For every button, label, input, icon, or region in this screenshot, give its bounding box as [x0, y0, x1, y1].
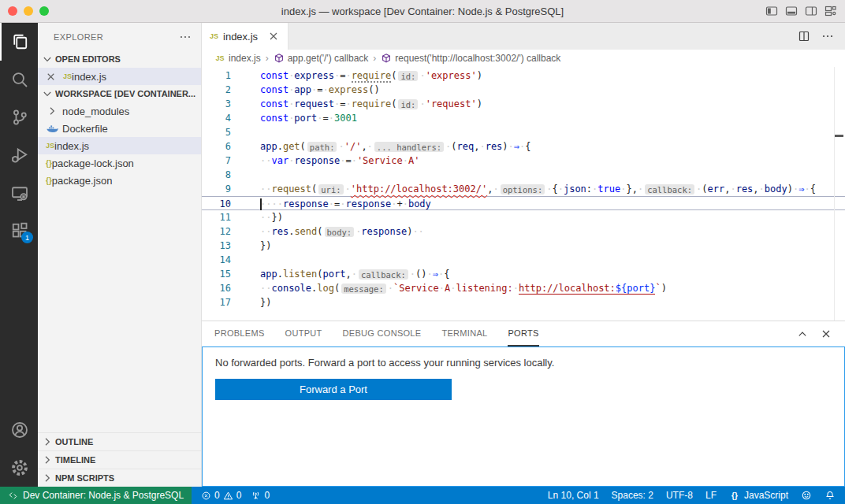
code-line-9[interactable]: 9··request(uri:·'http://localhost:3002/'…	[202, 182, 845, 196]
minimize-window-button[interactable]	[24, 6, 33, 16]
workspace-section[interactable]: WORKSPACE [DEV CONTAINER...	[38, 85, 201, 102]
file-row-index.js[interactable]: JSindex.js	[38, 137, 201, 154]
code-line-17[interactable]: 17})	[202, 295, 845, 309]
breadcrumb-item[interactable]: request('http://localhost:3002/') callba…	[381, 53, 560, 64]
panel-tab-output[interactable]: OUTPUT	[285, 321, 322, 346]
close-panel-icon[interactable]	[820, 328, 832, 340]
panel-tab-ports[interactable]: PORTS	[508, 321, 538, 346]
activity-item-remote-explorer[interactable]	[0, 174, 38, 212]
source-control-icon	[10, 108, 29, 127]
debug-icon	[10, 146, 29, 165]
warning-count: 0	[236, 490, 242, 501]
breadcrumb-separator: ›	[373, 53, 376, 64]
scrollbar[interactable]	[834, 67, 835, 321]
code-line-3[interactable]: 3const·request·=·require(id:·'request')	[202, 97, 845, 111]
code-editor[interactable]: 1const·express·=·require(id:·'express')2…	[202, 67, 845, 321]
code-line-6[interactable]: 6app.get(path:·'/',·... handlers:·(req,·…	[202, 139, 845, 154]
code-line-12[interactable]: 12··res.send(body:·response)··	[202, 224, 845, 239]
ports-view: No forwarded ports. Forward a port to ac…	[202, 346, 845, 487]
code-line-5[interactable]: 5	[202, 125, 845, 139]
breadcrumb-label: index.js	[229, 53, 261, 64]
error-count: 0	[214, 490, 220, 501]
tab-bar: JS index.js	[202, 23, 845, 50]
code-line-13[interactable]: 13})	[202, 239, 845, 253]
activity-item-search[interactable]	[0, 61, 38, 98]
code-line-15[interactable]: 15app.listen(port,·callback:·()·⇒·{	[202, 267, 845, 281]
code-line-7[interactable]: 7··var·response·=·'Service·A'	[202, 154, 845, 168]
search-icon	[10, 70, 29, 89]
files-icon	[10, 32, 29, 51]
activity-item-accounts[interactable]	[0, 411, 38, 449]
status-cursor-position[interactable]: Ln 10, Col 1	[548, 490, 599, 501]
activity-bar: 1	[0, 23, 38, 487]
breadcrumb-item[interactable]: JSindex.js	[214, 53, 261, 64]
close-tab-icon[interactable]	[267, 30, 280, 43]
tab-index-js[interactable]: JS index.js	[202, 23, 288, 50]
activity-item-extensions[interactable]: 1	[0, 212, 38, 250]
status-indentation[interactable]: Spaces: 2	[612, 490, 653, 501]
activity-item-settings[interactable]	[0, 449, 38, 487]
json-icon: {}	[46, 159, 52, 168]
code-line-4[interactable]: 4const·port·=·3001	[202, 111, 845, 125]
line-content	[231, 168, 260, 182]
panel-tab-problems[interactable]: PROBLEMS	[214, 321, 265, 346]
more-actions-icon[interactable]	[821, 30, 834, 43]
layout-customize-icon[interactable]	[825, 5, 837, 17]
symbol-method-icon	[274, 53, 285, 64]
open-editors-section[interactable]: OPEN EDITORS	[38, 50, 201, 68]
ports-indicator[interactable]: 0	[251, 490, 270, 501]
line-content: ··request(uri:·'http://localhost:3002/',…	[231, 182, 816, 196]
breadcrumb-item[interactable]: app.get('/') callback	[274, 53, 369, 64]
sidebar-section-timeline[interactable]: TIMELINE	[38, 450, 201, 469]
sidebar-section-outline[interactable]: OUTLINE	[38, 432, 201, 450]
activity-item-explorer[interactable]	[0, 23, 38, 61]
status-eol[interactable]: LF	[705, 490, 717, 501]
activity-item-run-and-debug[interactable]	[0, 136, 38, 174]
layout-sidebar-right-icon[interactable]	[805, 5, 817, 17]
problems-indicator[interactable]: 0 0	[201, 490, 241, 501]
js-icon: JS	[214, 53, 225, 64]
file-row-Dockerfile[interactable]: Dockerfile	[38, 120, 201, 137]
remote-label: Dev Container: Node.js & PostgreSQL	[23, 490, 184, 501]
forward-a-port-button[interactable]: Forward a Port	[215, 379, 452, 400]
line-number: 5	[202, 125, 231, 139]
open-editor-index.js[interactable]: JSindex.js	[38, 68, 201, 85]
line-number: 6	[202, 139, 231, 154]
status-notifications[interactable]	[825, 490, 836, 501]
zoom-window-button[interactable]	[39, 6, 49, 16]
more-actions-icon[interactable]	[179, 31, 192, 43]
code-line-10[interactable]: 10····response·=·response·+·body	[202, 196, 845, 210]
status-feedback[interactable]	[801, 490, 812, 501]
panel-tab-debug-console[interactable]: DEBUG CONSOLE	[343, 321, 422, 346]
line-number: 10	[202, 197, 231, 209]
split-editor-icon[interactable]	[798, 30, 810, 43]
status-label: LF	[705, 490, 717, 501]
close-editor-icon[interactable]	[45, 71, 57, 83]
file-row-package.json[interactable]: {}package.json	[38, 172, 201, 189]
remote-indicator[interactable]: Dev Container: Node.js & PostgreSQL	[0, 487, 192, 504]
activity-item-source-control[interactable]	[0, 98, 38, 136]
code-line-16[interactable]: 16··console.log(message:·`Service·A·list…	[202, 281, 845, 295]
code-line-11[interactable]: 11··})	[202, 210, 845, 224]
line-number: 17	[202, 295, 231, 309]
section-label: OUTLINE	[55, 437, 93, 447]
close-window-button[interactable]	[8, 6, 17, 16]
status-encoding[interactable]: UTF-8	[666, 490, 693, 501]
section-label: NPM SCRIPTS	[55, 473, 114, 483]
code-line-1[interactable]: 1const·express·=·require(id:·'express')	[202, 69, 845, 83]
forwarded-ports-count: 0	[264, 490, 270, 501]
code-line-2[interactable]: 2const·app·=·express()	[202, 83, 845, 97]
panel-tab-terminal[interactable]: TERMINAL	[441, 321, 487, 346]
layout-sidebar-left-icon[interactable]	[765, 5, 778, 17]
status-language[interactable]: {}JavaScript	[729, 490, 788, 501]
workbench: 1 EXPLORER OPEN EDITORS JSindex.js WORKS…	[0, 23, 845, 487]
file-row-package-lock.json[interactable]: {}package-lock.json	[38, 154, 201, 172]
maximize-panel-icon[interactable]	[796, 328, 809, 340]
code-line-8[interactable]: 8	[202, 168, 845, 182]
sidebar-section-npm-scripts[interactable]: NPM SCRIPTS	[38, 469, 201, 487]
status-label: JavaScript	[744, 490, 788, 501]
layout-panel-icon[interactable]	[785, 5, 798, 17]
code-line-14[interactable]: 14	[202, 253, 845, 267]
breadcrumb-label: request('http://localhost:3002/') callba…	[395, 53, 560, 64]
file-row-node_modules[interactable]: node_modules	[38, 102, 201, 120]
